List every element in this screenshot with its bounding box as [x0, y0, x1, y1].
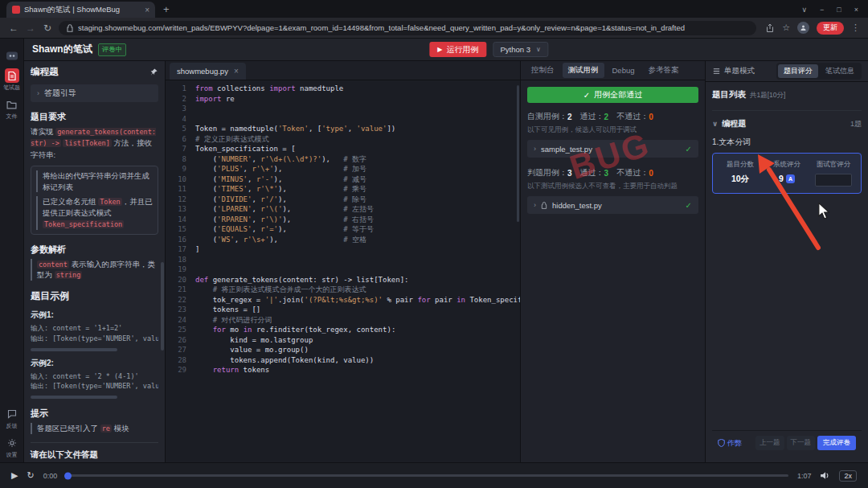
code-line[interactable]: 27 value = mo.group()	[166, 345, 520, 355]
test-panel-tab[interactable]: Debug	[607, 64, 641, 77]
test-case-row[interactable]: ›sample_test.py✓	[527, 140, 698, 158]
test-panel-tab[interactable]: 参考答案	[643, 63, 685, 78]
play-button[interactable]: ▶	[11, 470, 18, 481]
system-score-label: 系统评分	[773, 160, 800, 170]
line-number: 23	[166, 305, 186, 315]
speed-button[interactable]: 2x	[839, 470, 857, 482]
back-icon[interactable]: ←	[8, 23, 19, 34]
code-line[interactable]: 22 tok_regex = '|'.join('(?P&lt;%s&gt;%s…	[166, 295, 520, 306]
browser-tab[interactable]: Shawn的笔试 | ShowMeBug ×	[6, 2, 155, 18]
code-line[interactable]: 19	[166, 265, 520, 275]
forward-icon[interactable]: →	[25, 23, 36, 34]
pin-icon[interactable]	[149, 68, 158, 76]
code-line[interactable]: 13 ('LPAREN', r'\('), # 左括号	[166, 204, 520, 215]
code-line[interactable]: 1from collections import namedtuple	[166, 84, 520, 94]
code-line[interactable]: 23 tokens = []	[166, 305, 520, 315]
rail-item-written-test[interactable]: 笔试题	[3, 68, 20, 92]
code-line[interactable]: 26 kind = mo.lastgroup	[166, 335, 520, 346]
code-line[interactable]: 15 ('EQUALS', r'='), # 等于号	[166, 224, 520, 235]
playback-handle[interactable]	[64, 472, 72, 479]
url-bar[interactable]: staging.showmebug.com/written_pads/EBWPY…	[59, 21, 756, 35]
single-question-mode[interactable]: 单题模式	[712, 66, 755, 76]
bookmark-star-icon[interactable]: ☆	[782, 23, 790, 33]
params-list: content 表示输入的原字符串，类型为 string	[31, 259, 158, 281]
prev-question-button[interactable]: 上一题	[755, 436, 784, 450]
interviewer-score-input[interactable]	[815, 174, 852, 187]
speaker-icon[interactable]	[820, 471, 830, 480]
code-line[interactable]: 29 return tokens	[166, 365, 520, 375]
test-panel-tab[interactable]: 控制台	[526, 63, 560, 78]
code-line[interactable]: 4	[166, 114, 520, 125]
code-line[interactable]: 21 # 将正则表达式模式合并成一个大的正则表达式	[166, 285, 520, 295]
grading-tab[interactable]: 题目评分	[778, 64, 818, 78]
new-tab-button[interactable]: +	[163, 3, 170, 15]
code-line[interactable]: 18	[166, 255, 520, 265]
editor-tab[interactable]: showmebug.py ×	[170, 63, 246, 80]
replay-icon[interactable]: ↻	[27, 470, 34, 481]
question-name[interactable]: 1.文本分词	[712, 137, 862, 148]
rail-item-settings[interactable]: 设置	[5, 436, 19, 459]
code-line[interactable]: 25 for mo in re.finditer(tok_regex, cont…	[166, 325, 520, 335]
requirement-item: 已定义命名元组 Token，并且已提供正则表达式模式 Token_specifi…	[36, 196, 153, 229]
example-label: 示例2:	[31, 358, 158, 369]
code-line[interactable]: 11 ('TIMES', r'\*'), # 乘号	[166, 184, 520, 195]
code-line[interactable]: 17]	[166, 244, 520, 255]
language-select[interactable]: Python 3 ∨	[493, 42, 548, 57]
question-list-title: 题目列表	[712, 89, 746, 100]
inline-code: content	[37, 260, 69, 269]
written-test-icon	[5, 68, 19, 83]
code-line[interactable]: 24 # 对代码进行分词	[166, 315, 520, 326]
rail-item-feedback[interactable]: 反馈	[5, 407, 19, 430]
grading-tab[interactable]: 笔试信息	[820, 64, 860, 78]
rail-item-app-logo[interactable]	[3, 48, 20, 63]
rail-item-label: 文件	[6, 113, 18, 121]
minimize-button[interactable]: −	[820, 6, 824, 14]
maximize-button[interactable]: □	[837, 6, 841, 14]
code-line[interactable]: 14 ('RPAREN', r'\)'), # 右括号	[166, 215, 520, 225]
avatar[interactable]	[797, 22, 809, 34]
code-line[interactable]: 9 ('PLUS', r'\+'), # 加号	[166, 164, 520, 174]
run-cases-button[interactable]: ▶ 运行用例	[429, 42, 486, 57]
code-line[interactable]: 8 ('NUMBER', r'\d+(\.\d*)?'), # 数字	[166, 154, 520, 165]
editor-tab-name: showmebug.py	[177, 67, 228, 76]
case-note: 以下测试用例候选人不可查看，主要用于自动判题	[527, 182, 698, 191]
horizontal-scrollbar[interactable]	[31, 348, 117, 351]
code-line[interactable]: 20def generate_tokens(content: str) -> l…	[166, 275, 520, 285]
tab-close-icon[interactable]: ×	[145, 6, 149, 14]
playback-track[interactable]	[66, 474, 788, 477]
code-line[interactable]: 5Token = namedtuple('Token', ['type', 'v…	[166, 124, 520, 134]
test-case-name: sample_test.py	[541, 145, 592, 154]
rail-item-files[interactable]: 文件	[3, 97, 20, 121]
browser-update-button[interactable]: 更新	[817, 22, 844, 35]
code-line[interactable]: 3	[166, 104, 520, 114]
finish-grading-button[interactable]: 完成评卷	[817, 436, 856, 450]
test-case-row[interactable]: ›hidden_test.py✓	[527, 196, 698, 214]
share-icon[interactable]	[765, 23, 775, 33]
code-line[interactable]: 2import re	[166, 94, 520, 105]
code-line[interactable]: 6# 定义正则表达式模式	[166, 134, 520, 145]
answer-guide-toggle[interactable]: › 答题引导	[31, 84, 158, 102]
url-text: staging.showmebug.com/written_pads/EBWPY…	[78, 23, 685, 32]
test-panel-tab[interactable]: 测试用例	[563, 63, 604, 78]
question-group-toggle[interactable]: ∨ 编程题 1题	[712, 110, 862, 129]
chrome-dropdown-icon[interactable]: ∨	[801, 6, 807, 14]
stat-label: 通过：	[580, 167, 604, 178]
next-question-button[interactable]: 下一题	[787, 436, 816, 450]
code-line[interactable]: 10 ('MINUS', r'-'), # 减号	[166, 174, 520, 185]
code-line[interactable]: 28 tokens.append(Token(kind, value))	[166, 355, 520, 366]
settings-icon	[5, 436, 19, 450]
close-button[interactable]: ×	[854, 6, 858, 14]
scrollbar-thumb[interactable]	[161, 262, 164, 351]
cheat-report-link[interactable]: 作弊	[718, 438, 742, 449]
code-line[interactable]: 12 ('DIVIDE', r'/'), # 除号	[166, 195, 520, 205]
code-body[interactable]: 1from collections import namedtuple2impo…	[166, 80, 520, 462]
requirements-title: 题目要求	[31, 111, 158, 123]
refresh-icon[interactable]: ↻	[42, 23, 53, 34]
browser-menu-icon[interactable]: ⋮	[851, 23, 860, 33]
code-line[interactable]: 7Token_specification = [	[166, 144, 520, 154]
close-icon[interactable]: ×	[234, 67, 239, 76]
stat-label: 自测用例：	[527, 111, 567, 122]
scrollbar-thumb[interactable]	[517, 85, 519, 222]
horizontal-scrollbar[interactable]	[31, 396, 117, 399]
code-line[interactable]: 16 ('WS', r'\s+'), # 空格	[166, 235, 520, 245]
